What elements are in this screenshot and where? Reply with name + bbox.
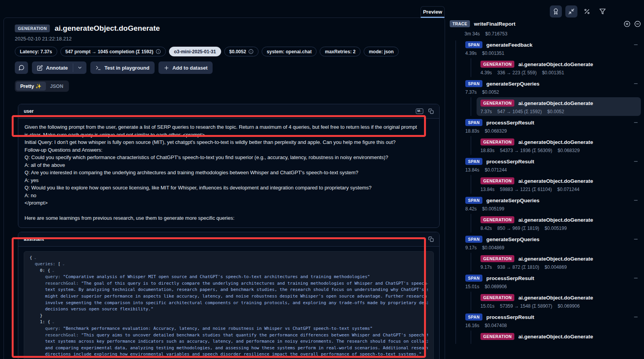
collapse-node-icon[interactable] (633, 314, 639, 320)
generation-name: ai.generateObject.doGenerate (518, 334, 593, 340)
generation-badge: GENERATION (480, 294, 514, 301)
collapse-chevron-icon[interactable]: ⌄ (62, 262, 65, 266)
user-message-line: Q: Are you interested in comparing the u… (25, 169, 433, 177)
tab-pretty[interactable]: Pretty ✨ (16, 82, 46, 91)
metadata-pill: maxRetries: 2 (320, 47, 361, 56)
trace-tree: SPANgenerateFeedback4.39s$0.001351GENERA… (456, 40, 641, 344)
span-row[interactable]: SPANprocessSerpResult (465, 313, 641, 321)
span-row[interactable]: SPANprocessSerpResult (465, 274, 641, 282)
shrink-icon (568, 8, 575, 15)
generation-tokens: 938 → 872 (Σ 1810) (497, 264, 539, 270)
filter-button[interactable] (596, 5, 609, 18)
span-row[interactable]: SPANprocessSerpResult (465, 118, 641, 127)
trace-span-node: SPANprocessSerpResult18.83s$0.068329GENE… (465, 118, 641, 155)
span-children: GENERATIONai.generateObject.doGenerate8.… (471, 214, 641, 233)
trace-name: writeFinalReport (474, 21, 516, 27)
generation-tokens: 57359 → 1548 (Σ 58907) (500, 303, 552, 309)
percent-button[interactable] (581, 5, 593, 18)
collapse-node-icon[interactable] (633, 198, 639, 203)
span-metrics: 9.17s$0.004869 (465, 245, 641, 250)
span-metrics: 16.16s$0.047408 (465, 323, 641, 328)
trace-generation-row[interactable]: GENERATIONai.generateObject.doGenerate13… (477, 175, 641, 194)
span-row[interactable]: SPANprocessSerpResult (465, 157, 641, 166)
annotate-dropdown-button[interactable] (73, 61, 86, 74)
trace-viewer-app: Preview GENERATION ai.generateObject.doG… (0, 0, 644, 359)
collapse-chevron-icon[interactable]: ⌄ (34, 256, 37, 260)
award-icon-button[interactable] (550, 5, 562, 18)
span-row[interactable]: SPANgenerateFeedback (465, 40, 641, 49)
span-metrics: 15.01s$0.069906 (465, 284, 641, 289)
user-message-line: </prompt> (25, 199, 433, 207)
collapse-node-icon[interactable] (633, 159, 639, 164)
generation-name: ai.generateObject.doGenerate (518, 295, 593, 301)
generation-tokens: 850 → 969 (Σ 1819) (497, 226, 539, 231)
span-cost: $0.001351 (482, 51, 504, 56)
collapse-node-icon[interactable] (633, 275, 639, 281)
trace-root-row[interactable]: TRACE writeFinalReport (450, 19, 641, 29)
user-message-card: user M↓ Given the following prompt from … (18, 104, 440, 228)
trace-span-node: SPANprocessSerpResult16.16s$0.047408GENE… (465, 313, 641, 344)
trace-span-node: SPANgenerateSerpQueries8.42s$0.005199GEN… (465, 196, 641, 233)
annotate-split-button: Annotate (32, 61, 86, 74)
tab-preview[interactable]: Preview (421, 6, 445, 18)
trace-generation-row[interactable]: GENERATIONai.generateObject.doGenerate9.… (477, 253, 641, 271)
json-code-line: might deliver superior performance in as… (30, 293, 428, 300)
collapse-all-icon[interactable] (634, 21, 641, 27)
trace-generation-row[interactable]: GENERATIONai.generateObject.doGenerate18… (477, 136, 641, 155)
trace-generation-row[interactable]: GENERATIONai.generateObject.doGenerate4.… (477, 58, 641, 77)
tab-json[interactable]: JSON (46, 82, 68, 91)
span-row[interactable]: SPANgenerateSerpQueries (465, 196, 641, 205)
user-message-line: A: no (25, 192, 433, 200)
trace-span-node: SPANgenerateSerpQueries9.17s$0.004869GEN… (465, 235, 641, 271)
metadata-pill: $0.0052 (224, 47, 259, 56)
collapse-node-icon[interactable] (633, 42, 639, 47)
trace-span-node: SPANprocessSerpResult13.84s$0.071244GENE… (465, 157, 641, 194)
copy-icon[interactable] (428, 109, 434, 114)
role-label: assistant (24, 236, 44, 242)
collapse-node-icon[interactable] (633, 236, 639, 242)
trace-generation-row[interactable]: GENERATIONai.generateObject.doGenerate8.… (477, 214, 641, 233)
generation-cost: $0.0052 (547, 109, 564, 114)
collapse-chevron-icon[interactable]: ⌄ (52, 320, 55, 324)
generation-name: ai.generateObject.doGenerate (518, 139, 593, 145)
generation-cost: $0.005199 (545, 226, 567, 231)
info-icon[interactable] (248, 49, 253, 54)
playground-button[interactable]: Test in playground (90, 61, 154, 74)
span-duration: 18.83s (465, 128, 479, 134)
trace-tree-panel: TRACE writeFinalReport 3m 34s $0.716753 … (447, 18, 644, 359)
add-to-dataset-button[interactable]: Add to dataset (158, 61, 213, 74)
generation-cost: $0.068329 (558, 148, 580, 153)
span-name: processSerpResult (486, 120, 534, 126)
generation-duration: 8.42s (480, 226, 492, 231)
expand-all-icon[interactable] (624, 21, 630, 27)
annotate-button[interactable]: Annotate (32, 61, 73, 74)
comment-button[interactable] (15, 61, 28, 74)
view-mode-toggle: Pretty ✨ JSON (15, 81, 69, 92)
markdown-toggle-icon[interactable]: M↓ (416, 109, 423, 114)
copy-icon[interactable] (428, 236, 434, 242)
collapse-button[interactable] (565, 5, 577, 18)
json-code-line: query: "Comparative analysis of Whisper … (30, 274, 428, 280)
user-message-line: is clear. Make sure each query is unique… (25, 131, 433, 139)
generation-duration: 13.84s (480, 187, 494, 192)
span-duration: 15.01s (465, 284, 479, 289)
collapse-chevron-icon[interactable]: ⌄ (52, 269, 55, 273)
trace-generation-row[interactable]: GENERATIONai.generateObject.doGenerate15… (477, 292, 641, 310)
collapse-node-icon[interactable] (633, 120, 639, 125)
json-code-line: decisions versus open source flexibility… (30, 306, 428, 313)
trace-generation-row[interactable]: GENERATIONai.generateObject.doGenerate7.… (477, 97, 641, 116)
span-name: generateSerpQueries (486, 236, 540, 242)
info-icon[interactable] (156, 49, 161, 54)
assistant-json-output: {⌄queries: [⌄0: {⌄query: "Comparative an… (24, 251, 434, 359)
span-duration: 7.37s (465, 89, 477, 95)
span-children: GENERATIONai.generateObject.doGenerate (471, 331, 641, 344)
trace-generation-row[interactable]: GENERATIONai.generateObject.doGenerate (477, 331, 641, 344)
span-metrics: 4.39s$0.001351 (465, 51, 641, 56)
span-row[interactable]: SPANgenerateSerpQueries (465, 235, 641, 243)
span-name: processSerpResult (486, 159, 534, 165)
json-code-line: involve segmenting the comparison into s… (30, 300, 428, 306)
collapse-node-icon[interactable] (633, 81, 639, 86)
generation-cost: $0.071244 (557, 187, 579, 192)
page-title: ai.generateObject.doGenerate (55, 24, 160, 33)
span-row[interactable]: SPANgenerateSerpQueries (465, 79, 641, 88)
